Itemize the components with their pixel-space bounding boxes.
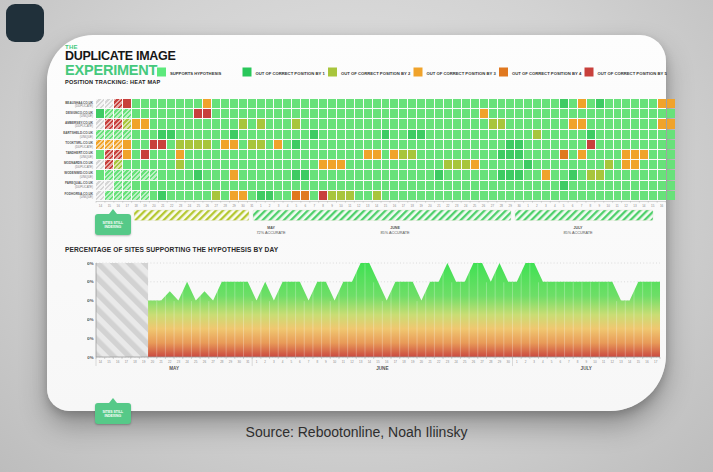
heatmap-cell [292, 130, 300, 139]
heatmap-cell [480, 170, 488, 179]
heatmap-cell [364, 119, 372, 128]
heatmap-cell [408, 191, 416, 200]
heatmap-cell [390, 170, 398, 179]
chart-day-tick: 15 [376, 360, 380, 364]
heatmap-cell [355, 191, 363, 200]
heatmap-cell [364, 191, 372, 200]
heatmap-cell [248, 130, 256, 139]
heatmap-cell [373, 191, 381, 200]
heatmap-cell [355, 99, 363, 108]
chart-day-tick: 1 [256, 360, 258, 364]
heatmap-cell [649, 181, 657, 190]
heatmap-cell [266, 130, 274, 139]
heatmap-cell [417, 109, 425, 118]
heatmap-cell [364, 130, 372, 139]
heatmap-cell [578, 109, 586, 118]
heatmap-cell [114, 160, 122, 169]
heatmap-cell [426, 160, 434, 169]
infographic-card: THE DUPLICATE IMAGE EXPERIMENT POSITION … [47, 35, 666, 411]
heatmap-cell [274, 191, 282, 200]
row-label-variant: (UNIQUE) [80, 155, 93, 159]
heatmap-cell [533, 191, 541, 200]
heatmap-cell [337, 181, 345, 190]
heatmap-cell [542, 181, 550, 190]
heatmap-cell [578, 150, 586, 159]
heatmap-cell [212, 160, 220, 169]
heatmap-cell [310, 109, 318, 118]
heatmap-row-labels: BEAUSHA4.CO.UK(DUPLICATE)DESIGNCO.CO.UK(… [55, 99, 94, 201]
heatmap-cell [105, 150, 113, 159]
heatmap-bottom-svg: 1415161718192021222324252627282930311234… [47, 201, 666, 246]
heatmap-cell [266, 119, 274, 128]
heatmap-cell [506, 181, 514, 190]
heatmap-cell [506, 191, 514, 200]
heatmap-day-tick: 18 [411, 204, 415, 208]
heatmap-cell [569, 109, 577, 118]
row-label-variant: (UNIQUE) [80, 175, 93, 179]
heatmap-cell [346, 160, 354, 169]
chart-day-tick: 30 [237, 360, 241, 364]
heatmap-cell [426, 191, 434, 200]
heatmap-cell [257, 160, 265, 169]
heatmap-cell [355, 130, 363, 139]
heatmap-cell [524, 160, 532, 169]
heatmap-cell [373, 130, 381, 139]
heatmap-cell [364, 109, 372, 118]
chart-day-tick: 11 [602, 360, 605, 364]
chart-day-tick: 17 [654, 360, 658, 364]
heatmap-cell [346, 170, 354, 179]
heatmap-cell [373, 119, 381, 128]
chart-day-tick: 12 [350, 360, 354, 364]
heatmap-axis-and-accuracy: 1415161718192021222324252627282930311234… [47, 201, 666, 246]
heatmap-cell [631, 119, 639, 128]
heatmap-cell [640, 109, 648, 118]
heatmap-cell [542, 119, 550, 128]
heatmap-day-tick: 16 [117, 204, 121, 208]
heatmap-cell [158, 99, 166, 108]
heatmap-cell [417, 170, 425, 179]
heatmap-cell [631, 191, 639, 200]
heatmap-cell [515, 109, 523, 118]
chart-day-tick: 18 [402, 360, 406, 364]
heatmap-cell [274, 160, 282, 169]
heatmap-cell [399, 119, 407, 128]
heatmap-cell [158, 109, 166, 118]
chart-day-tick: 18 [133, 360, 137, 364]
heatmap-cell [230, 181, 238, 190]
heatmap-cell [435, 109, 443, 118]
heatmap-cell [283, 170, 291, 179]
heatmap-day-tick: 9 [331, 204, 333, 208]
heatmap-cell [274, 150, 282, 159]
heatmap-cell [498, 140, 506, 149]
heatmap-cell [310, 119, 318, 128]
heatmap-cell [105, 191, 113, 200]
heatmap-cell [489, 130, 497, 139]
chart-day-tick: 23 [446, 360, 450, 364]
heatmap-cell [346, 109, 354, 118]
heatmap-day-tick: 31 [250, 204, 254, 208]
heatmap-cell [569, 130, 577, 139]
heatmap-cell [266, 140, 274, 149]
heatmap-cell [239, 119, 247, 128]
heatmap-cell [524, 109, 532, 118]
heatmap-cell [533, 119, 541, 128]
heatmap-cell [614, 119, 622, 128]
heatmap-cell [194, 109, 202, 118]
heatmap-cell [167, 109, 175, 118]
heatmap-day-tick: 27 [215, 204, 219, 208]
accuracy-stripe-bar [515, 210, 653, 221]
heatmap-cell [435, 181, 443, 190]
heatmap-cell [506, 140, 514, 149]
heatmap-cell [248, 109, 256, 118]
heatmap-cell [480, 191, 488, 200]
chart-day-tick: 2 [264, 360, 266, 364]
heatmap-cell [471, 109, 479, 118]
heatmap-day-tick: 20 [152, 204, 156, 208]
heatmap-cell [239, 140, 247, 149]
heatmap-cell [328, 150, 336, 159]
heatmap-cell [176, 119, 184, 128]
heatmap-cell [150, 181, 158, 190]
heatmap-cell [96, 160, 104, 169]
heatmap-cell [444, 191, 452, 200]
heatmap-cell [426, 140, 434, 149]
